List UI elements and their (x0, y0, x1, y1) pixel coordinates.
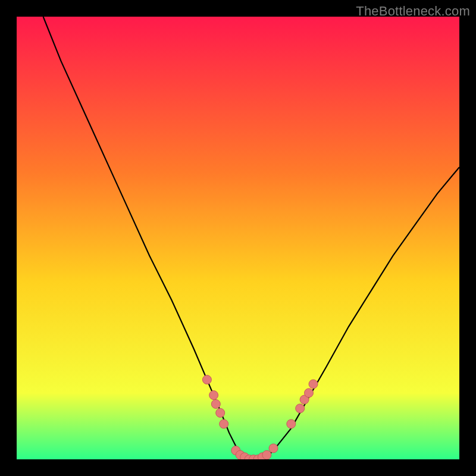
scatter-dot (202, 375, 211, 384)
chart-frame (17, 17, 459, 459)
scatter-dot (209, 391, 218, 400)
scatter-dot (269, 444, 278, 453)
bottleneck-chart (17, 17, 459, 459)
gradient-background (17, 17, 459, 459)
scatter-dot (220, 419, 228, 428)
scatter-dot (262, 450, 271, 459)
watermark-text: TheBottleneck.com (356, 4, 470, 19)
scatter-dot (287, 419, 296, 428)
scatter-dot (305, 389, 314, 397)
scatter-dot (296, 404, 305, 413)
scatter-dot (309, 380, 318, 389)
scatter-dot (211, 400, 220, 409)
scatter-dot (216, 408, 225, 417)
